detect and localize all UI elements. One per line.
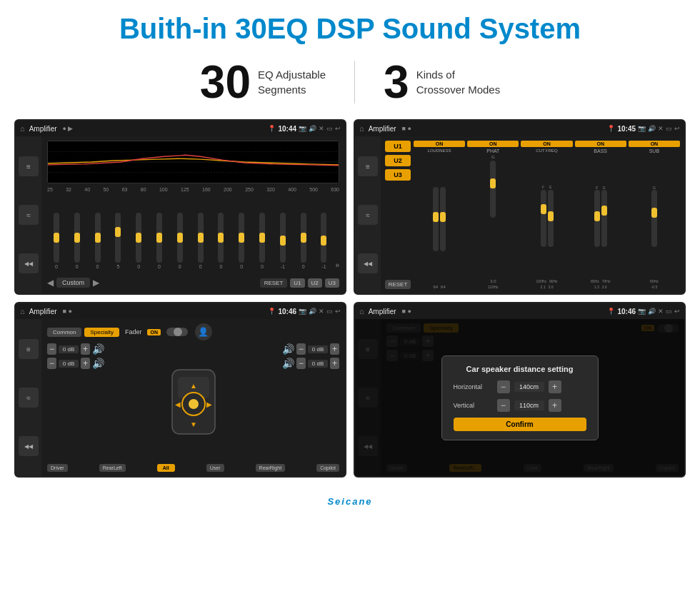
sp-fader-slider[interactable] (166, 328, 188, 336)
eq-slider-1[interactable]: 0 (47, 213, 66, 269)
eq-reset-btn[interactable]: RESET (260, 278, 288, 288)
sidebar-btn-3-2[interactable]: ≈ (19, 388, 39, 408)
cx-channel-loudness: ON LOUDNESS 64 64 (414, 141, 465, 289)
sidebar-btn-1[interactable]: ≡ (19, 156, 39, 176)
sp-driver-btn[interactable]: Driver (47, 464, 68, 472)
sp-plus-3[interactable]: + (330, 343, 339, 355)
eq-slider-9[interactable]: 0 (212, 213, 231, 269)
cx-bass-slider2[interactable] (601, 190, 607, 247)
sp-fader-label: Fader (125, 328, 142, 335)
sp-minus-3[interactable]: − (296, 343, 306, 355)
screen4-time: 10:46 (617, 308, 636, 315)
cx-reset-btn[interactable]: RESET (385, 280, 411, 289)
screen1-icons: ● ▶ (63, 125, 74, 132)
sp-plus-4[interactable]: + (330, 358, 339, 369)
eq-slider-2[interactable]: 0 (68, 213, 86, 269)
distance-horizontal-label: Horizontal (454, 383, 493, 390)
eq-slider-14[interactable]: -1 (315, 213, 334, 269)
eq-slider-5[interactable]: 0 (129, 213, 148, 269)
sp-all-btn[interactable]: All (157, 464, 175, 472)
distance-h-minus[interactable]: − (497, 380, 510, 393)
cx-cutfreq-slider2[interactable] (548, 190, 554, 247)
eq-slider-4[interactable]: 5 (109, 213, 127, 269)
screen1-statusbar: ⌂ Amplifier ● ▶ 📍 10:44 📷 🔊 ✕ ▭ ↩ (16, 121, 345, 136)
sidebar-btn-2[interactable]: ≈ (19, 205, 39, 225)
eq-bottom-bar: ◀ Custom ▶ RESET U1 U2 U3 (47, 275, 339, 289)
cx-sub-slider[interactable] (651, 190, 657, 247)
eq-slider-10[interactable]: 0 (232, 213, 251, 269)
distance-v-plus[interactable]: + (549, 399, 561, 412)
screen4-title: Amplifier (369, 308, 396, 315)
sp-plus-2[interactable]: + (81, 358, 90, 369)
eq-desc: EQ Adjustable Segments (258, 67, 326, 97)
sidebar-btn-2-3[interactable]: ◀◀ (358, 253, 378, 273)
screen4-statusbar: ⌂ Amplifier ■ ● 📍 10:46 📷 🔊 ✕ ▭ ↩ (355, 303, 684, 319)
sidebar-btn-3-1[interactable]: ≡ (19, 339, 39, 359)
sp-speaker-icon-2: 🔊 (92, 358, 104, 369)
home-icon-2[interactable]: ⌂ (359, 124, 364, 133)
distance-v-minus[interactable]: − (497, 399, 510, 412)
sidebar-btn-2-1[interactable]: ≡ (358, 156, 378, 176)
sp-person-icon: 👤 (195, 323, 212, 340)
sidebar-btn-2-2[interactable]: ≈ (358, 205, 378, 225)
cx-cutfreq-on[interactable]: ON (521, 141, 572, 147)
sp-controls-right: 🔊 − 0 dB + 🔊 − 0 dB + (282, 343, 339, 460)
cx-loudness-on[interactable]: ON (414, 141, 465, 147)
sp-minus-1[interactable]: − (47, 343, 56, 355)
sp-common-tab[interactable]: Common (47, 328, 81, 337)
sp-minus-4[interactable]: − (296, 358, 306, 369)
stats-row: 30 EQ Adjustable Segments 3 Kinds of Cro… (0, 52, 700, 119)
crossover-channels: ON LOUDNESS 64 64 (414, 141, 680, 289)
cx-loudness-slider[interactable] (433, 187, 439, 251)
distance-h-plus[interactable]: + (549, 380, 561, 393)
home-icon-3[interactable]: ⌂ (20, 307, 25, 315)
sp-specialty-tab[interactable]: Specialty (84, 328, 119, 337)
eq-slider-11[interactable]: 0 (253, 213, 271, 269)
sp-plus-1[interactable]: + (81, 343, 90, 355)
back-icon-3: ↩ (335, 308, 341, 315)
eq-u3-btn[interactable]: U3 (325, 278, 339, 288)
home-icon[interactable]: ⌂ (20, 124, 25, 133)
sp-joystick-area: ▲ ▼ ◀ ▶ (110, 343, 276, 460)
screen-distance: ⌂ Amplifier ■ ● 📍 10:46 📷 🔊 ✕ ▭ ↩ ≡ ≈ ◀◀ (354, 302, 686, 478)
eq-slider-3[interactable]: 0 (89, 213, 107, 269)
eq-next-btn[interactable]: ▶ (93, 278, 99, 288)
cx-phat-slider[interactable] (490, 161, 496, 218)
cx-cutfreq-slider1[interactable] (541, 190, 546, 247)
cx-bass-on[interactable]: ON (575, 141, 626, 147)
eq-slider-6[interactable]: 0 (150, 213, 169, 269)
cx-phat-label: PHAT (486, 148, 499, 153)
cx-sub-on[interactable]: ON (629, 141, 680, 147)
screen1-body: ≡ ≈ ◀◀ (16, 136, 345, 293)
sp-minus-2[interactable]: − (47, 358, 56, 369)
sp-rearleft-btn[interactable]: RearLeft (99, 464, 126, 472)
eq-slider-8[interactable]: 0 (191, 213, 210, 269)
cx-phat-on[interactable]: ON (467, 141, 519, 147)
sidebar-btn-3-3[interactable]: ◀◀ (19, 436, 39, 456)
cx-preset-u3[interactable]: U3 (385, 169, 411, 181)
eq-slider-7[interactable]: 0 (171, 213, 189, 269)
home-icon-4[interactable]: ⌂ (359, 307, 364, 315)
eq-stat-block: 30 EQ Adjustable Segments (171, 59, 354, 105)
cx-bass-slider1[interactable] (594, 190, 600, 247)
eq-u1-btn[interactable]: U1 (290, 278, 304, 288)
cx-preset-u1[interactable]: U1 (385, 141, 411, 152)
cx-loudness-vals: 64 64 (433, 285, 445, 289)
cx-loudness-slider2[interactable] (440, 187, 446, 251)
eq-sliders-row: 0 0 0 5 0 0 0 0 0 0 0 -1 0 -1 » (47, 196, 339, 272)
eq-prev-btn[interactable]: ◀ (47, 278, 54, 288)
eq-graph (47, 141, 339, 183)
cx-preset-u2[interactable]: U2 (385, 155, 411, 166)
window-icon: ▭ (326, 125, 333, 132)
eq-expand-btn[interactable]: » (335, 261, 339, 269)
sp-user-btn[interactable]: User (206, 464, 224, 472)
sp-rearright-btn[interactable]: RearRight (256, 464, 286, 472)
distance-dialog: Car speaker distance setting Horizontal … (355, 319, 684, 476)
sidebar-btn-3[interactable]: ◀◀ (19, 253, 39, 273)
distance-confirm-btn[interactable]: Confirm (454, 418, 586, 431)
eq-slider-13[interactable]: 0 (294, 213, 313, 269)
sp-copilot-btn[interactable]: Copilot (316, 464, 339, 472)
eq-slider-12[interactable]: -1 (274, 213, 292, 269)
sp-control-row-4: 🔊 − 0 dB + (282, 358, 339, 369)
eq-u2-btn[interactable]: U2 (308, 278, 322, 288)
